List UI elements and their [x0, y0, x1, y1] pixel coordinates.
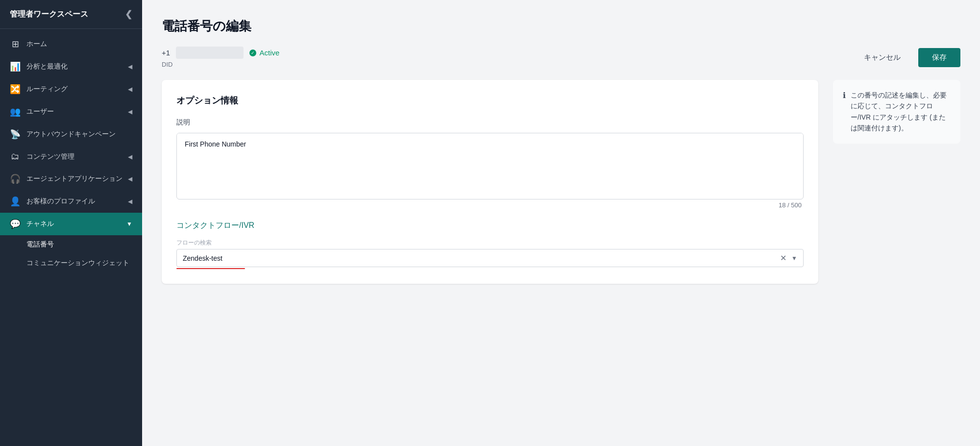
sidebar-item-channel[interactable]: 💬 チャネル ▼: [0, 213, 142, 235]
ivr-section-title: コンタクトフロー/IVR: [176, 221, 804, 231]
sidebar-item-label: 分析と最適化: [26, 62, 128, 71]
info-panel: ℹ この番号の記述を編集し、必要に応じて、コンタクトフロー/IVR にアタッチし…: [833, 80, 960, 284]
description-label: 説明: [176, 118, 804, 127]
header-actions: キャンセル 保存: [854, 48, 960, 67]
sidebar-nav: ⊞ ホーム 📊 分析と最適化 ◀ 🔀 ルーティング ◀ 👥 ユーザー ◀ 📡 ア…: [0, 29, 142, 446]
sidebar-item-outbound[interactable]: 📡 アウトバウンドキャンペーン: [0, 123, 142, 146]
did-label: DID: [162, 61, 279, 68]
phone-number-masked: [176, 47, 244, 59]
flow-search-input[interactable]: [183, 254, 780, 262]
chevron-icon: ◀: [128, 86, 132, 93]
flow-underline: [176, 268, 245, 269]
info-icon: ℹ: [843, 91, 846, 134]
chevron-icon: ◀: [128, 153, 132, 160]
form-card: オプション情報 説明 First Phone Number 18 / 500 コ…: [162, 80, 818, 284]
cancel-button[interactable]: キャンセル: [854, 48, 910, 67]
analytics-icon: 📊: [10, 61, 21, 72]
flow-search-actions: ✕ ▼: [780, 253, 797, 263]
sidebar-item-analytics[interactable]: 📊 分析と最適化 ◀: [0, 55, 142, 78]
active-badge: Active: [249, 49, 279, 57]
main-content: 電話番号の編集 +1 Active DID キャンセル 保存 オプション情報 説…: [142, 0, 980, 446]
info-box: ℹ この番号の記述を編集し、必要に応じて、コンタクトフロー/IVR にアタッチし…: [833, 80, 960, 144]
info-text: この番号の記述を編集し、必要に応じて、コンタクトフロー/IVR にアタッチします…: [851, 90, 951, 134]
sidebar-item-label: お客様のプロファイル: [26, 197, 128, 206]
sidebar: 管理者ワークスペース ❮ ⊞ ホーム 📊 分析と最適化 ◀ 🔀 ルーティング ◀…: [0, 0, 142, 446]
sidebar-item-users[interactable]: 👥 ユーザー ◀: [0, 100, 142, 123]
content-icon: 🗂: [10, 151, 21, 162]
users-icon: 👥: [10, 106, 21, 117]
chevron-icon: ◀: [128, 198, 132, 205]
sidebar-title: 管理者ワークスペース: [10, 9, 88, 20]
page-title: 電話番号の編集: [162, 18, 960, 35]
sidebar-item-content[interactable]: 🗂 コンテンツ管理 ◀: [0, 146, 142, 168]
content-row: オプション情報 説明 First Phone Number 18 / 500 コ…: [162, 80, 960, 284]
subitem-label: 電話番号: [26, 240, 54, 248]
description-textarea[interactable]: First Phone Number: [177, 133, 803, 197]
sidebar-item-label: コンテンツ管理: [26, 152, 128, 161]
subitem-label: コミュニケーションウィジェット: [26, 259, 129, 267]
phone-header: +1 Active DID キャンセル 保存: [162, 47, 960, 68]
profile-icon: 👤: [10, 196, 21, 207]
description-textarea-wrapper: First Phone Number: [176, 133, 804, 199]
save-button[interactable]: 保存: [918, 48, 960, 67]
sidebar-item-label: ホーム: [26, 40, 132, 49]
phone-prefix: +1: [162, 49, 170, 57]
status-badge: Active: [259, 49, 279, 57]
dropdown-icon[interactable]: ▼: [791, 255, 797, 262]
channel-icon: 💬: [10, 219, 21, 229]
sidebar-item-routing[interactable]: 🔀 ルーティング ◀: [0, 78, 142, 100]
agent-icon: 🎧: [10, 173, 21, 184]
flow-search-wrapper: ✕ ▼: [176, 249, 804, 267]
sidebar-item-label: エージェントアプリケーション: [26, 174, 128, 183]
chevron-icon: ◀: [128, 63, 132, 70]
sidebar-item-label: チャネル: [26, 220, 126, 228]
char-count: 18 / 500: [176, 201, 804, 209]
sidebar-item-label: ルーティング: [26, 85, 128, 94]
chevron-icon: ◀: [128, 108, 132, 115]
clear-icon[interactable]: ✕: [780, 253, 786, 263]
phone-info: +1 Active DID: [162, 47, 279, 68]
sidebar-item-home[interactable]: ⊞ ホーム: [0, 33, 142, 55]
chevron-icon: ◀: [128, 175, 132, 182]
outbound-icon: 📡: [10, 129, 21, 140]
sidebar-item-label: アウトバウンドキャンペーン: [26, 130, 132, 139]
sidebar-header: 管理者ワークスペース ❮: [0, 0, 142, 29]
chevron-down-icon: ▼: [126, 221, 132, 227]
phone-number-row: +1 Active: [162, 47, 279, 59]
routing-icon: 🔀: [10, 84, 21, 95]
flow-search-label: フローの検索: [176, 239, 804, 247]
active-dot-icon: [249, 50, 256, 56]
home-icon: ⊞: [10, 39, 21, 50]
sidebar-item-profile[interactable]: 👤 お客様のプロファイル ◀: [0, 190, 142, 213]
sidebar-item-agent[interactable]: 🎧 エージェントアプリケーション ◀: [0, 168, 142, 190]
form-card-title: オプション情報: [176, 95, 804, 106]
collapse-icon[interactable]: ❮: [125, 9, 132, 20]
sidebar-item-label: ユーザー: [26, 107, 128, 116]
sidebar-subitem-widget[interactable]: コミュニケーションウィジェット: [0, 254, 142, 273]
sidebar-subitem-phone[interactable]: 電話番号: [0, 235, 142, 254]
